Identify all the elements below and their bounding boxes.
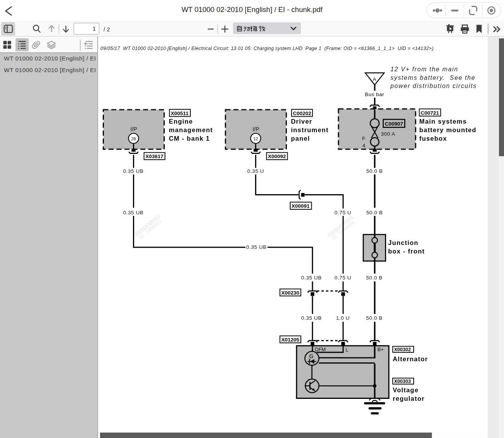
svg-text:A: A xyxy=(373,76,376,82)
svg-text:50.0 B: 50.0 B xyxy=(366,168,383,174)
svg-text:Engine: Engine xyxy=(169,118,193,125)
svg-text:regulator: regulator xyxy=(393,395,425,402)
svg-text:12 V+ from the main: 12 V+ from the main xyxy=(390,66,458,72)
svg-text:50.0 B: 50.0 B xyxy=(366,275,383,281)
svg-text:X01205: X01205 xyxy=(281,337,300,343)
svg-text:Main systems: Main systems xyxy=(419,118,467,125)
svg-text:X00230: X00230 xyxy=(281,290,300,296)
svg-text:0.35 U: 0.35 U xyxy=(247,168,264,174)
svg-text:power distribution circuits: power distribution circuits xyxy=(390,83,477,89)
svg-text:X00092: X00092 xyxy=(268,153,286,159)
svg-text:CM - bank 1: CM - bank 1 xyxy=(169,135,210,142)
svg-text:C00907: C00907 xyxy=(385,121,403,127)
svg-text:Bus bar: Bus bar xyxy=(365,91,384,97)
svg-text:X00302: X00302 xyxy=(394,347,411,352)
svg-text:systems battery. See the: systems battery. See the xyxy=(390,74,475,81)
svg-text:28: 28 xyxy=(131,136,136,141)
svg-text:0.35 UB: 0.35 UB xyxy=(301,275,322,281)
svg-text:1.0 U: 1.0 U xyxy=(336,315,350,321)
svg-text:B+: B+ xyxy=(378,347,384,352)
svg-text:C00202: C00202 xyxy=(293,110,311,116)
svg-text:management: management xyxy=(169,126,213,133)
svg-text:I/P: I/P xyxy=(130,126,137,132)
svg-text:0.75 U: 0.75 U xyxy=(335,275,351,281)
svg-text:Driver: Driver xyxy=(291,118,312,125)
svg-text:50.0 B: 50.0 B xyxy=(366,210,383,216)
svg-text:G: G xyxy=(309,353,314,359)
svg-text:F: F xyxy=(362,136,365,141)
svg-text:X00511: X00511 xyxy=(171,110,189,116)
svg-text:L: L xyxy=(346,347,349,353)
svg-text:Junction: Junction xyxy=(388,239,418,246)
svg-text:DFM: DFM xyxy=(315,347,326,352)
svg-text:box - front: box - front xyxy=(388,248,425,255)
svg-text:fusebox: fusebox xyxy=(419,135,447,142)
svg-text:C00721: C00721 xyxy=(421,110,439,116)
svg-text:0.35 UB: 0.35 UB xyxy=(123,210,144,216)
svg-text:50.0 B: 50.0 B xyxy=(366,315,383,321)
svg-text:I/P: I/P xyxy=(252,126,259,132)
svg-text:Voltage: Voltage xyxy=(393,386,419,393)
svg-text:X00303: X00303 xyxy=(394,379,411,384)
svg-text:Alternator: Alternator xyxy=(393,355,428,362)
svg-text:0.75 U: 0.75 U xyxy=(335,210,351,216)
svg-text:0.35 UB: 0.35 UB xyxy=(246,244,267,250)
svg-text:0.35 UB: 0.35 UB xyxy=(301,315,322,321)
svg-text:X00091: X00091 xyxy=(292,203,310,209)
svg-text:instrument: instrument xyxy=(291,126,329,133)
svg-text:panel: panel xyxy=(291,135,310,142)
svg-text:12: 12 xyxy=(253,136,258,141)
svg-text:300 A: 300 A xyxy=(381,131,395,137)
svg-text:09/05/17 WT 01000 02-2010 [En: 09/05/17 WT 01000 02-2010 [English] / El… xyxy=(100,46,433,51)
svg-text:0.35 UB: 0.35 UB xyxy=(123,168,144,174)
svg-text:X03617: X03617 xyxy=(145,153,164,159)
svg-text:4: 4 xyxy=(362,143,366,148)
svg-text:battery mounted: battery mounted xyxy=(419,126,476,133)
